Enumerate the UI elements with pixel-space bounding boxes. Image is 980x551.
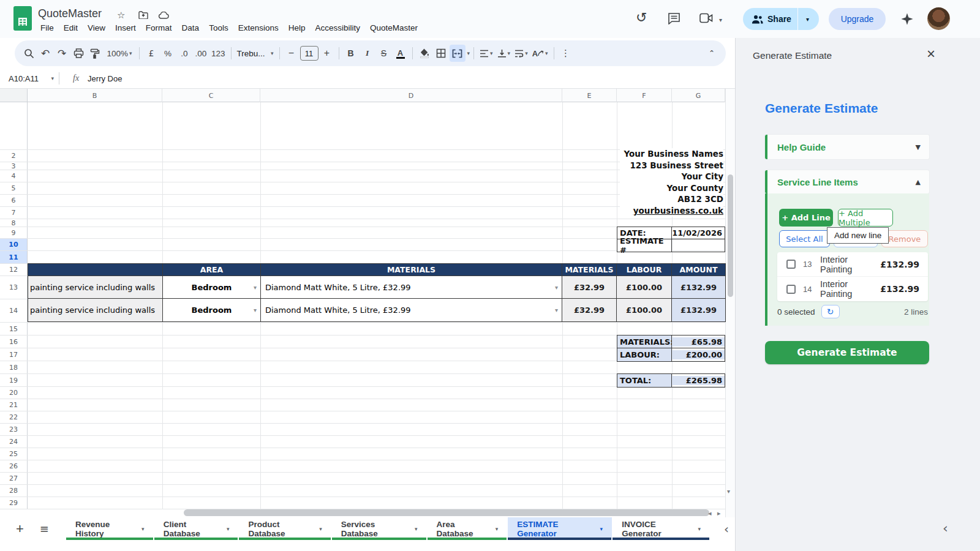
undo-icon[interactable]: ↶ [37, 45, 53, 62]
service-cell[interactable]: painting service including walls [28, 299, 163, 321]
cloud-status-icon[interactable] [158, 12, 169, 19]
italic-button[interactable]: I [360, 45, 375, 62]
menu-format[interactable]: Format [141, 21, 177, 34]
gemini-sparkle-icon[interactable] [900, 12, 914, 26]
expand-caret-icon[interactable]: ▼ [916, 143, 921, 151]
more-formats-button[interactable]: 123 [209, 45, 227, 62]
row-header[interactable]: 21 [0, 399, 28, 411]
select-all-corner[interactable] [0, 89, 28, 102]
zoom-control[interactable]: 100%▾ [104, 45, 135, 62]
row-header[interactable]: 2 [0, 150, 28, 162]
row-header[interactable]: 20 [0, 387, 28, 399]
row-header[interactable]: 23 [0, 424, 28, 435]
collapse-caret-icon[interactable]: ▲ [916, 178, 921, 186]
upgrade-button[interactable]: Upgrade [829, 8, 886, 30]
document-title[interactable]: QuoteMaster [38, 7, 102, 20]
decrease-font-size-button[interactable]: − [284, 45, 300, 62]
column-header-E[interactable]: E [562, 89, 617, 102]
line-item-13[interactable]: 13 Interior Painting £132.99 [777, 252, 928, 277]
row-header[interactable]: 15 [0, 323, 28, 335]
format-percent-button[interactable]: % [160, 45, 176, 62]
row-header[interactable]: 27 [0, 473, 28, 484]
row-header[interactable]: 9 [0, 227, 28, 238]
format-currency-button[interactable]: £ [143, 45, 159, 62]
row-header[interactable]: 5 [0, 182, 28, 194]
horizontal-scroll-thumb[interactable] [184, 509, 709, 516]
dropdown-caret-icon[interactable]: ▾ [555, 284, 558, 291]
menu-view[interactable]: View [83, 21, 110, 34]
strikethrough-button[interactable]: S [376, 45, 392, 62]
share-button[interactable]: Share ▾ [743, 8, 819, 30]
labour-cost-cell[interactable]: £100.00 [617, 299, 672, 321]
row-header-selected[interactable]: 10 [0, 239, 28, 250]
font-family-select[interactable]: Trebu...▾ [235, 45, 276, 62]
row-header[interactable]: 16 [0, 335, 28, 348]
row-header[interactable]: 6 [0, 195, 28, 206]
column-header-F[interactable]: F [617, 89, 672, 102]
meet-camera-icon[interactable] [699, 13, 713, 23]
line-item-14[interactable]: 14 Interior Painting £132.99 [777, 277, 928, 301]
column-header-B[interactable]: B [28, 89, 162, 102]
column-header-G[interactable]: G [672, 89, 725, 102]
scroll-right-icon[interactable]: ▸ [717, 509, 721, 517]
redo-icon[interactable]: ↷ [54, 45, 70, 62]
sheets-logo-icon[interactable] [13, 6, 32, 31]
row-header[interactable]: 22 [0, 411, 28, 423]
tab-estimate-generator[interactable]: ESTIMATE Generator▾ [508, 517, 612, 540]
business-info-block[interactable]: Your Business Names 123 Business Street … [620, 148, 723, 217]
row-header-selected[interactable]: 11 [0, 251, 28, 263]
vertical-scrollbar[interactable]: ▾ [725, 89, 735, 517]
search-menus-icon[interactable] [21, 45, 37, 62]
material-dropdown-cell[interactable]: Diamond Matt White, 5 Litre, £32.99 ▾ [261, 276, 562, 299]
increase-decimal-button[interactable]: .00 [193, 45, 209, 62]
spreadsheet-grid[interactable]: B C D E F G 2 3 4 5 6 7 8 9 10 11 12 13 … [0, 89, 735, 517]
materials-cost-cell[interactable]: £32.99 [562, 299, 617, 321]
menu-tools[interactable]: Tools [204, 21, 233, 34]
move-to-folder-icon[interactable] [138, 11, 148, 19]
comments-icon[interactable] [668, 12, 680, 24]
row-header[interactable]: 7 [0, 207, 28, 219]
row-header-1[interactable] [0, 102, 28, 149]
tab-area-database[interactable]: Area Database▾ [428, 517, 508, 540]
menu-file[interactable]: File [36, 21, 59, 34]
row-header[interactable]: 17 [0, 348, 28, 361]
vertical-scroll-thumb[interactable] [728, 174, 733, 297]
text-rotation-button[interactable]: A ▾ [530, 45, 550, 62]
menu-extensions[interactable]: Extensions [233, 21, 284, 34]
font-size-input[interactable]: 11 [300, 46, 318, 61]
camera-dropdown-caret-icon[interactable]: ▾ [719, 17, 722, 23]
row-header[interactable]: 14 [0, 299, 28, 322]
hide-menus-icon[interactable]: ⌃ [704, 45, 720, 62]
materials-cost-cell[interactable]: £32.99 [562, 276, 617, 299]
add-line-button[interactable]: + Add Line [779, 209, 833, 227]
menu-accessibility[interactable]: Accessibility [310, 21, 365, 34]
area-dropdown-cell[interactable]: Bedroom ▾ [163, 276, 261, 299]
merge-dropdown-caret-icon[interactable]: ▾ [467, 50, 470, 56]
menu-insert[interactable]: Insert [110, 21, 141, 34]
material-dropdown-cell[interactable]: Diamond Matt White, 5 Litre, £32.99 ▾ [261, 299, 562, 321]
tab-client-database[interactable]: Client Database▾ [154, 517, 239, 540]
vertical-align-button[interactable]: ▾ [496, 45, 513, 62]
dropdown-caret-icon[interactable]: ▾ [555, 307, 558, 313]
row-header[interactable]: 29 [0, 497, 28, 509]
scroll-left-icon[interactable]: ◂ [708, 509, 712, 517]
more-toolbar-button[interactable]: ⋮ [558, 45, 574, 62]
text-wrap-button[interactable]: ▾ [513, 45, 530, 62]
date-estimate-box[interactable]: DATE: 11/02/2026 ESTIMATE # [617, 227, 725, 252]
tabs-scroll-left-icon[interactable]: ‹ [724, 522, 729, 536]
formula-input[interactable]: Jerry Doe [88, 74, 122, 83]
scroll-down-icon[interactable]: ▾ [727, 488, 730, 495]
horizontal-align-button[interactable]: ▾ [478, 45, 495, 62]
tab-invoice-generator[interactable]: INVOICE Generator▾ [612, 517, 710, 540]
paint-format-icon[interactable] [87, 45, 103, 62]
labour-cost-cell[interactable]: £100.00 [617, 276, 672, 299]
row-header[interactable]: 26 [0, 460, 28, 472]
text-color-button[interactable]: A [393, 45, 409, 62]
row-header[interactable]: 19 [0, 374, 28, 386]
version-history-icon[interactable]: ↺ [636, 10, 647, 25]
select-all-button[interactable]: Select All [779, 230, 830, 247]
merge-cells-button[interactable] [450, 45, 466, 62]
row-header[interactable]: 25 [0, 448, 28, 460]
line-checkbox[interactable] [786, 260, 796, 269]
generate-estimate-button[interactable]: Generate Estimate [765, 341, 929, 364]
